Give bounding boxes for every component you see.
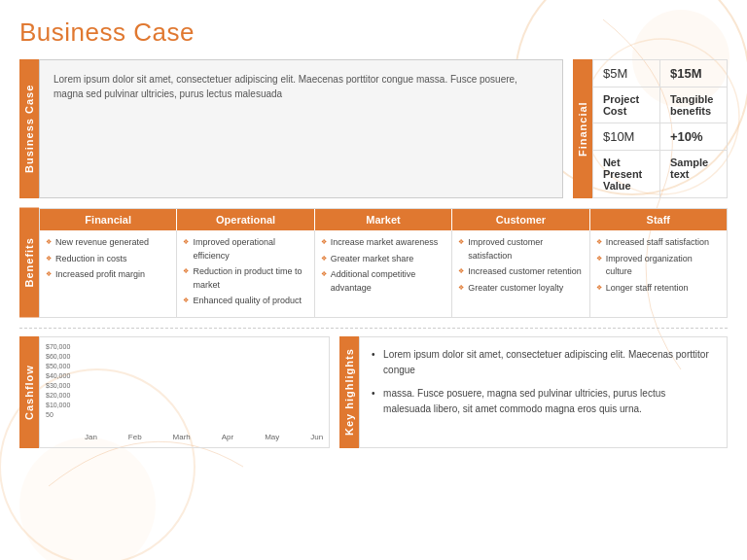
tangible-benefits-amount: $15M — [660, 60, 727, 87]
benefits-item: Improved operational efficiency — [183, 236, 307, 262]
business-case-panel: Business Case Lorem ipsum dolor sit amet… — [19, 59, 563, 198]
y-label: $50,000 — [46, 363, 83, 369]
bottom-section: Cashflow $70,000 $60,000 $50,000 $40,000… — [19, 336, 728, 448]
benefits-section: Benefits Financial Operational Market Cu… — [19, 208, 728, 318]
y-axis-labels: $70,000 $60,000 $50,000 $40,000 $30,000 … — [46, 343, 83, 419]
financial-row-labels-1: Project Cost Tangible benefits — [593, 88, 727, 123]
business-case-label: Business Case — [19, 59, 39, 198]
benefits-item: Enhanced quality of product — [183, 295, 307, 308]
benefits-header-financial: Financial — [40, 209, 177, 230]
benefits-col-staff: Increased staff satisfaction Improved or… — [590, 230, 727, 317]
financial-row-1: $5M $15M — [593, 60, 727, 88]
y-label: $10,000 — [46, 402, 83, 408]
benefits-item: Increased profit margin — [46, 268, 170, 282]
npv-amount: $10M — [593, 123, 660, 150]
benefits-list-customer: Improved customer satisfaction Increased… — [458, 236, 583, 295]
benefits-item: Improved organization culture — [596, 253, 721, 279]
financial-label: Financial — [573, 59, 592, 198]
benefits-item: New revenue generated — [46, 236, 170, 250]
benefits-header-operational: Operational — [177, 209, 314, 230]
tangible-benefits-label: Tangible benefits — [660, 88, 727, 122]
benefits-item: Additional competitive advantage — [321, 268, 445, 295]
benefits-col-customer: Improved customer satisfaction Increased… — [452, 230, 589, 317]
benefits-header-market: Market — [315, 209, 452, 230]
benefits-item: Reduction in product time to market — [183, 265, 307, 292]
benefits-col-market: Increase market awareness Greater market… — [315, 230, 452, 317]
business-case-box: Lorem ipsum dolor sit amet, consectetuer… — [39, 59, 563, 198]
npv-label: Net Present Value — [593, 151, 660, 197]
benefits-item: Improved customer satisfaction — [458, 236, 583, 262]
top-section: Business Case Lorem ipsum dolor sit amet… — [19, 59, 728, 198]
sample-text-amount: +10% — [660, 123, 727, 150]
key-highlights-content: Lorem ipsum dolor sit amet, consectetuer… — [359, 336, 728, 448]
benefits-item: Increased staff satisfaction — [596, 236, 721, 250]
benefits-content: New revenue generated Reduction in costs… — [40, 230, 727, 317]
financial-row-2: $10M +10% — [593, 123, 727, 151]
benefits-list-operational: Improved operational efficiency Reductio… — [183, 236, 307, 308]
x-label: Jan — [85, 433, 97, 441]
cashflow-panel: Cashflow $70,000 $60,000 $50,000 $40,000… — [19, 336, 330, 448]
y-label: $60,000 — [46, 353, 83, 360]
x-label: Feb — [128, 433, 142, 441]
benefits-col-operational: Improved operational efficiency Reductio… — [177, 230, 314, 317]
y-label: 50 — [46, 411, 83, 418]
benefits-item: Greater customer loyalty — [458, 282, 583, 296]
divider — [19, 328, 728, 329]
benefits-item: Increased customer retention — [458, 265, 583, 279]
key-highlights-panel: Key highlights Lorem ipsum dolor sit ame… — [339, 336, 728, 448]
x-label: May — [265, 433, 279, 441]
benefits-item: Reduction in costs — [46, 253, 170, 266]
benefits-table: Financial Operational Market Customer St… — [39, 208, 728, 318]
x-label: Apr — [222, 433, 233, 441]
benefits-item: Longer staff retention — [596, 282, 721, 296]
benefits-item: Greater market share — [321, 253, 445, 266]
benefits-col-financial: New revenue generated Reduction in costs… — [40, 230, 177, 317]
key-highlights-label: Key highlights — [339, 336, 359, 448]
highlight-paragraph-1: Lorem ipsum dolor sit amet, consectetuer… — [372, 347, 715, 378]
y-label: $20,000 — [46, 392, 83, 399]
x-label: Marh — [173, 433, 191, 441]
cashflow-label: Cashflow — [19, 336, 39, 448]
sample-text-label: Sample text — [660, 151, 727, 197]
benefits-label: Benefits — [19, 208, 39, 318]
y-label: $30,000 — [46, 382, 83, 389]
page-title: Business Case — [19, 18, 728, 48]
benefits-list-market: Increase market awareness Greater market… — [321, 236, 445, 295]
cashflow-chart: $70,000 $60,000 $50,000 $40,000 $30,000 … — [46, 343, 323, 431]
financial-row-labels-2: Net Present Value Sample text — [593, 151, 727, 197]
benefits-list-financial: New revenue generated Reduction in costs… — [46, 236, 170, 282]
benefits-header-customer: Customer — [452, 209, 589, 230]
y-label: $70,000 — [46, 343, 83, 350]
project-cost-label: Project Cost — [593, 88, 660, 122]
benefits-headers: Financial Operational Market Customer St… — [40, 209, 727, 230]
benefits-list-staff: Increased staff satisfaction Improved or… — [596, 236, 721, 295]
x-axis-labels: Jan Feb Marh Apr May Jun — [46, 433, 323, 441]
benefits-header-staff: Staff — [590, 209, 727, 230]
business-case-text: Lorem ipsum dolor sit amet, consectetuer… — [53, 72, 549, 101]
bars-container — [85, 343, 323, 415]
financial-box: $5M $15M Project Cost Tangible benefits … — [592, 59, 728, 198]
benefits-item: Increase market awareness — [321, 236, 445, 250]
highlight-paragraph-2: massa. Fusce posuere, magna sed pulvinar… — [372, 386, 715, 417]
financial-panel: Financial $5M $15M Project Cost Tangible… — [573, 59, 728, 198]
y-label: $40,000 — [46, 372, 83, 379]
x-label: Jun — [310, 433, 323, 441]
project-cost-amount: $5M — [593, 60, 660, 87]
cashflow-content: $70,000 $60,000 $50,000 $40,000 $30,000 … — [39, 336, 330, 448]
